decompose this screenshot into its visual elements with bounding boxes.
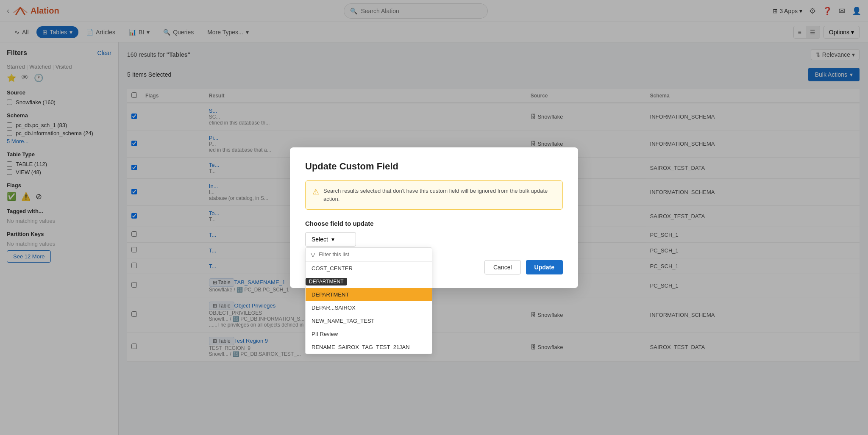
department-tooltip: DEPARTMENT (306, 278, 347, 285)
modal-warning: ⚠ Search results selected that don't hav… (305, 180, 563, 210)
select-chevron-icon: ▾ (331, 236, 334, 243)
dropdown-item-pii-review[interactable]: PII Review (306, 327, 432, 341)
dropdown-item-new-name-tag[interactable]: NEW_NAME_TAG_TEST (306, 314, 432, 327)
dropdown-menu: ▽ COST_CENTER Department DEPARTMENT DEPA… (305, 247, 432, 354)
modal-overlay[interactable]: Update Custom Field ⚠ Search results sel… (0, 0, 868, 435)
dropdown-item-department-upper[interactable]: DEPARTMENT DEPARTMENT (306, 288, 432, 301)
modal-title: Update Custom Field (305, 161, 563, 172)
dropdown-item-rename-sairox[interactable]: RENAME_SAIROX_TAG_TEST_21JAN (306, 341, 432, 354)
filter-icon: ▽ (311, 251, 315, 258)
update-custom-field-modal: Update Custom Field ⚠ Search results sel… (290, 147, 578, 288)
update-button[interactable]: Update (526, 260, 563, 274)
select-button[interactable]: Select ▾ (305, 232, 356, 247)
select-label: Select (312, 236, 328, 243)
field-select-dropdown[interactable]: Select ▾ ▽ COST_CENTER Department DEPART… (305, 232, 356, 247)
dropdown-item-cost-center[interactable]: COST_CENTER (306, 262, 432, 275)
warning-icon: ⚠ (312, 187, 319, 197)
cancel-button[interactable]: Cancel (484, 260, 521, 274)
filter-input[interactable] (319, 251, 427, 258)
dropdown-item-depar-sairox[interactable]: DEPAR...SAIROX (306, 301, 432, 314)
warning-text: Search results selected that don't have … (323, 187, 556, 203)
choose-field-label: Choose field to update (305, 220, 563, 227)
dropdown-filter[interactable]: ▽ (306, 248, 432, 262)
